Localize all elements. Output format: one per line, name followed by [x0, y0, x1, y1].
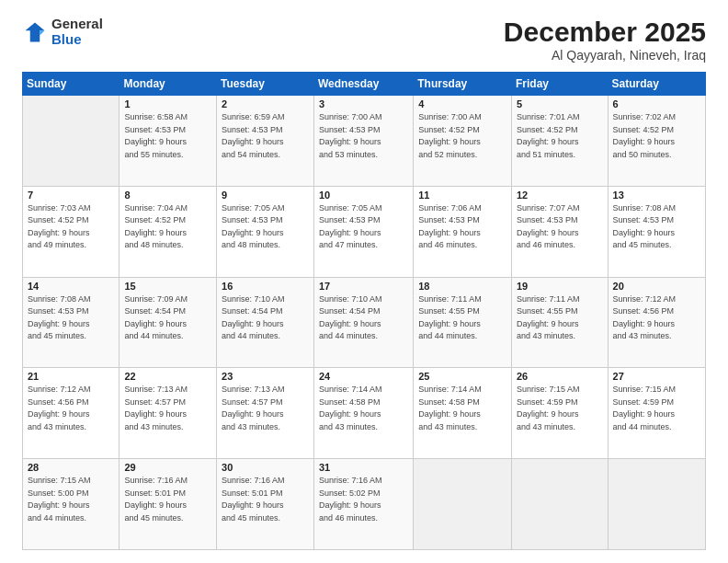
day-number: 14	[28, 281, 114, 292]
calendar-cell: 24Sunrise: 7:14 AM Sunset: 4:58 PM Dayli…	[313, 368, 413, 459]
day-info: Sunrise: 7:09 AM Sunset: 4:54 PM Dayligh…	[124, 293, 211, 343]
day-number: 1	[124, 98, 211, 109]
calendar-cell: 1Sunrise: 6:58 AM Sunset: 4:53 PM Daylig…	[119, 96, 217, 187]
calendar-week-4: 21Sunrise: 7:12 AM Sunset: 4:56 PM Dayli…	[23, 368, 706, 459]
day-info: Sunrise: 7:15 AM Sunset: 4:59 PM Dayligh…	[613, 384, 700, 433]
day-number: 25	[418, 371, 506, 382]
calendar-cell: 9Sunrise: 7:05 AM Sunset: 4:53 PM Daylig…	[217, 186, 314, 277]
day-info: Sunrise: 7:16 AM Sunset: 5:01 PM Dayligh…	[124, 475, 211, 524]
day-info: Sunrise: 7:05 AM Sunset: 4:53 PM Dayligh…	[319, 202, 408, 252]
calendar-cell	[608, 459, 705, 550]
calendar-cell: 16Sunrise: 7:10 AM Sunset: 4:54 PM Dayli…	[217, 277, 314, 368]
day-number: 28	[28, 462, 114, 473]
day-number: 22	[124, 371, 211, 382]
calendar-cell: 6Sunrise: 7:02 AM Sunset: 4:52 PM Daylig…	[608, 96, 705, 187]
calendar-cell: 27Sunrise: 7:15 AM Sunset: 4:59 PM Dayli…	[608, 368, 705, 459]
day-number: 13	[613, 190, 700, 201]
day-info: Sunrise: 7:00 AM Sunset: 4:52 PM Dayligh…	[418, 111, 506, 161]
day-info: Sunrise: 7:03 AM Sunset: 4:52 PM Dayligh…	[28, 202, 114, 252]
day-info: Sunrise: 6:59 AM Sunset: 4:53 PM Dayligh…	[222, 111, 309, 161]
day-info: Sunrise: 7:08 AM Sunset: 4:53 PM Dayligh…	[613, 202, 700, 252]
calendar-subtitle: Al Qayyarah, Nineveh, Iraq	[504, 48, 706, 63]
header-thursday: Thursday	[414, 73, 512, 96]
day-number: 30	[222, 462, 309, 473]
logo-general: General	[51, 17, 103, 32]
calendar-table: Sunday Monday Tuesday Wednesday Thursday…	[22, 72, 706, 550]
day-number: 18	[418, 281, 506, 292]
day-info: Sunrise: 7:08 AM Sunset: 4:53 PM Dayligh…	[28, 293, 114, 343]
day-number: 12	[517, 190, 603, 201]
calendar-cell: 23Sunrise: 7:13 AM Sunset: 4:57 PM Dayli…	[217, 368, 314, 459]
day-number: 20	[613, 281, 700, 292]
day-info: Sunrise: 6:58 AM Sunset: 4:53 PM Dayligh…	[124, 111, 211, 161]
calendar-cell: 26Sunrise: 7:15 AM Sunset: 4:59 PM Dayli…	[511, 368, 608, 459]
day-info: Sunrise: 7:12 AM Sunset: 4:56 PM Dayligh…	[28, 384, 114, 433]
day-info: Sunrise: 7:01 AM Sunset: 4:52 PM Dayligh…	[517, 111, 603, 161]
calendar-cell: 17Sunrise: 7:10 AM Sunset: 4:54 PM Dayli…	[313, 277, 413, 368]
calendar-cell: 20Sunrise: 7:12 AM Sunset: 4:56 PM Dayli…	[608, 277, 705, 368]
day-number: 21	[28, 371, 114, 382]
day-info: Sunrise: 7:13 AM Sunset: 4:57 PM Dayligh…	[222, 384, 309, 433]
calendar-title: December 2025	[504, 17, 706, 48]
day-info: Sunrise: 7:11 AM Sunset: 4:55 PM Dayligh…	[517, 293, 603, 343]
calendar-page: General Blue December 2025 Al Qayyarah, …	[0, 0, 728, 563]
calendar-header: Sunday Monday Tuesday Wednesday Thursday…	[23, 73, 706, 96]
day-number: 10	[319, 190, 408, 201]
logo-text: General Blue	[51, 17, 103, 47]
calendar-cell: 5Sunrise: 7:01 AM Sunset: 4:52 PM Daylig…	[511, 96, 608, 187]
day-number: 27	[613, 371, 700, 382]
day-number: 17	[319, 281, 408, 292]
day-info: Sunrise: 7:10 AM Sunset: 4:54 PM Dayligh…	[319, 293, 408, 343]
header-wednesday: Wednesday	[313, 73, 413, 96]
header-sunday: Sunday	[23, 73, 119, 96]
day-number: 9	[222, 190, 309, 201]
calendar-cell: 4Sunrise: 7:00 AM Sunset: 4:52 PM Daylig…	[414, 96, 512, 187]
day-number: 7	[28, 190, 114, 201]
calendar-cell: 14Sunrise: 7:08 AM Sunset: 4:53 PM Dayli…	[23, 277, 119, 368]
calendar-cell	[23, 96, 119, 187]
calendar-week-3: 14Sunrise: 7:08 AM Sunset: 4:53 PM Dayli…	[23, 277, 706, 368]
header-tuesday: Tuesday	[217, 73, 314, 96]
day-info: Sunrise: 7:00 AM Sunset: 4:53 PM Dayligh…	[319, 111, 408, 161]
day-number: 24	[319, 371, 408, 382]
header-friday: Friday	[511, 73, 608, 96]
day-info: Sunrise: 7:05 AM Sunset: 4:53 PM Dayligh…	[222, 202, 309, 252]
day-info: Sunrise: 7:06 AM Sunset: 4:53 PM Dayligh…	[418, 202, 506, 252]
calendar-week-5: 28Sunrise: 7:15 AM Sunset: 5:00 PM Dayli…	[23, 459, 706, 550]
header-row: Sunday Monday Tuesday Wednesday Thursday…	[23, 73, 706, 96]
day-number: 8	[124, 190, 211, 201]
calendar-cell: 11Sunrise: 7:06 AM Sunset: 4:53 PM Dayli…	[414, 186, 512, 277]
calendar-cell: 8Sunrise: 7:04 AM Sunset: 4:52 PM Daylig…	[119, 186, 217, 277]
day-info: Sunrise: 7:14 AM Sunset: 4:58 PM Dayligh…	[418, 384, 506, 433]
day-info: Sunrise: 7:16 AM Sunset: 5:01 PM Dayligh…	[222, 475, 309, 524]
day-number: 19	[517, 281, 603, 292]
day-number: 11	[418, 190, 506, 201]
svg-marker-1	[40, 30, 44, 35]
logo: General Blue	[22, 17, 103, 47]
calendar-cell: 19Sunrise: 7:11 AM Sunset: 4:55 PM Dayli…	[511, 277, 608, 368]
day-info: Sunrise: 7:10 AM Sunset: 4:54 PM Dayligh…	[222, 293, 309, 343]
calendar-cell: 3Sunrise: 7:00 AM Sunset: 4:53 PM Daylig…	[313, 96, 413, 187]
day-info: Sunrise: 7:14 AM Sunset: 4:58 PM Dayligh…	[319, 384, 408, 433]
calendar-cell	[511, 459, 608, 550]
title-block: December 2025 Al Qayyarah, Nineveh, Iraq	[504, 17, 706, 63]
day-info: Sunrise: 7:04 AM Sunset: 4:52 PM Dayligh…	[124, 202, 211, 252]
calendar-cell: 13Sunrise: 7:08 AM Sunset: 4:53 PM Dayli…	[608, 186, 705, 277]
day-number: 16	[222, 281, 309, 292]
day-number: 31	[319, 462, 408, 473]
calendar-cell	[414, 459, 512, 550]
calendar-cell: 21Sunrise: 7:12 AM Sunset: 4:56 PM Dayli…	[23, 368, 119, 459]
calendar-week-1: 1Sunrise: 6:58 AM Sunset: 4:53 PM Daylig…	[23, 96, 706, 187]
calendar-cell: 2Sunrise: 6:59 AM Sunset: 4:53 PM Daylig…	[217, 96, 314, 187]
day-number: 6	[613, 98, 700, 109]
day-number: 4	[418, 98, 506, 109]
header: General Blue December 2025 Al Qayyarah, …	[22, 17, 706, 63]
calendar-cell: 28Sunrise: 7:15 AM Sunset: 5:00 PM Dayli…	[23, 459, 119, 550]
day-info: Sunrise: 7:12 AM Sunset: 4:56 PM Dayligh…	[613, 293, 700, 343]
calendar-cell: 10Sunrise: 7:05 AM Sunset: 4:53 PM Dayli…	[313, 186, 413, 277]
day-info: Sunrise: 7:15 AM Sunset: 5:00 PM Dayligh…	[28, 475, 114, 524]
calendar-body: 1Sunrise: 6:58 AM Sunset: 4:53 PM Daylig…	[23, 96, 706, 550]
calendar-cell: 15Sunrise: 7:09 AM Sunset: 4:54 PM Dayli…	[119, 277, 217, 368]
day-number: 2	[222, 98, 309, 109]
day-number: 26	[517, 371, 603, 382]
